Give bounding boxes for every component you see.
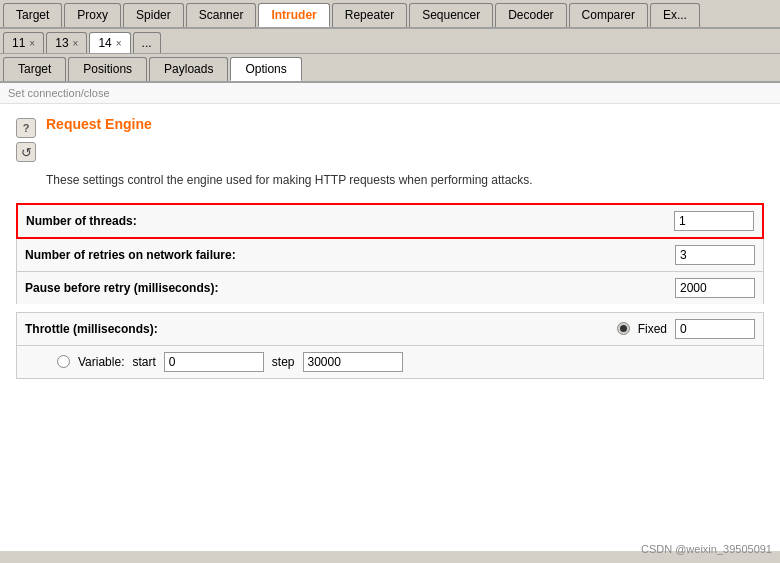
- throttle-label: Throttle (milliseconds):: [25, 322, 609, 336]
- instance-tabs-bar: 11 × 13 × 14 × ...: [0, 29, 780, 54]
- pause-label: Pause before retry (milliseconds):: [25, 281, 675, 295]
- tab-scanner[interactable]: Scanner: [186, 3, 257, 27]
- instance-tab-11-label: 11: [12, 36, 25, 50]
- instance-tab-more[interactable]: ...: [133, 32, 161, 53]
- tab-sequencer[interactable]: Sequencer: [409, 3, 493, 27]
- throttle-variable-radio[interactable]: [57, 355, 70, 368]
- refresh-icon[interactable]: ↺: [16, 142, 36, 162]
- instance-tab-14-label: 14: [98, 36, 111, 50]
- variable-row: Variable: start step: [16, 345, 764, 379]
- section-icons: ? ↺: [16, 118, 36, 162]
- top-nav-bar: Target Proxy Spider Scanner Intruder Rep…: [0, 0, 780, 29]
- throttle-fixed-label: Fixed: [638, 322, 667, 336]
- instance-tab-11-close[interactable]: ×: [29, 38, 35, 49]
- tab-proxy[interactable]: Proxy: [64, 3, 121, 27]
- help-icon[interactable]: ?: [16, 118, 36, 138]
- instance-tab-14-close[interactable]: ×: [116, 38, 122, 49]
- retries-input[interactable]: [675, 245, 755, 265]
- scroll-hint: Set connection/close: [0, 83, 780, 104]
- inner-tab-target[interactable]: Target: [3, 57, 66, 81]
- tab-target[interactable]: Target: [3, 3, 62, 27]
- section-title-text: Request Engine: [46, 116, 152, 132]
- retries-label: Number of retries on network failure:: [25, 248, 675, 262]
- instance-tab-13-label: 13: [55, 36, 68, 50]
- inner-tabs-bar: Target Positions Payloads Options: [0, 54, 780, 83]
- throttle-variable-step-label: step: [272, 355, 295, 369]
- pause-input[interactable]: [675, 278, 755, 298]
- section-title: Request Engine: [46, 116, 152, 132]
- watermark: CSDN @weixin_39505091: [641, 543, 772, 555]
- tab-spider[interactable]: Spider: [123, 3, 184, 27]
- inner-tab-positions[interactable]: Positions: [68, 57, 147, 81]
- pause-row: Pause before retry (milliseconds):: [16, 271, 764, 305]
- tab-intruder[interactable]: Intruder: [258, 3, 329, 27]
- throttle-fixed-radio[interactable]: [617, 322, 630, 335]
- request-engine-section: ? ↺ Request Engine These settings contro…: [0, 104, 780, 390]
- main-content-area: Set connection/close ? ↺ Request Engine …: [0, 83, 780, 551]
- instance-tab-13[interactable]: 13 ×: [46, 32, 87, 53]
- threads-label: Number of threads:: [26, 214, 674, 228]
- inner-tab-payloads[interactable]: Payloads: [149, 57, 228, 81]
- inner-tab-options[interactable]: Options: [230, 57, 301, 81]
- threads-input[interactable]: [674, 211, 754, 231]
- section-description: These settings control the engine used f…: [46, 172, 764, 189]
- tab-repeater[interactable]: Repeater: [332, 3, 407, 27]
- instance-tab-11[interactable]: 11 ×: [3, 32, 44, 53]
- throttle-row: Throttle (milliseconds): Fixed: [16, 312, 764, 346]
- throttle-variable-start-input[interactable]: [164, 352, 264, 372]
- tab-decoder[interactable]: Decoder: [495, 3, 566, 27]
- throttle-variable-start-label: start: [132, 355, 155, 369]
- throttle-fixed-input[interactable]: [675, 319, 755, 339]
- instance-tab-more-label: ...: [142, 36, 152, 50]
- tab-extender[interactable]: Ex...: [650, 3, 700, 27]
- throttle-variable-step-input[interactable]: [303, 352, 403, 372]
- instance-tab-14[interactable]: 14 ×: [89, 32, 130, 53]
- instance-tab-13-close[interactable]: ×: [73, 38, 79, 49]
- threads-row: Number of threads:: [16, 203, 764, 239]
- throttle-variable-label: Variable:: [78, 355, 124, 369]
- retries-row: Number of retries on network failure:: [16, 238, 764, 272]
- tab-comparer[interactable]: Comparer: [569, 3, 648, 27]
- section-header: ? ↺ Request Engine: [16, 116, 764, 162]
